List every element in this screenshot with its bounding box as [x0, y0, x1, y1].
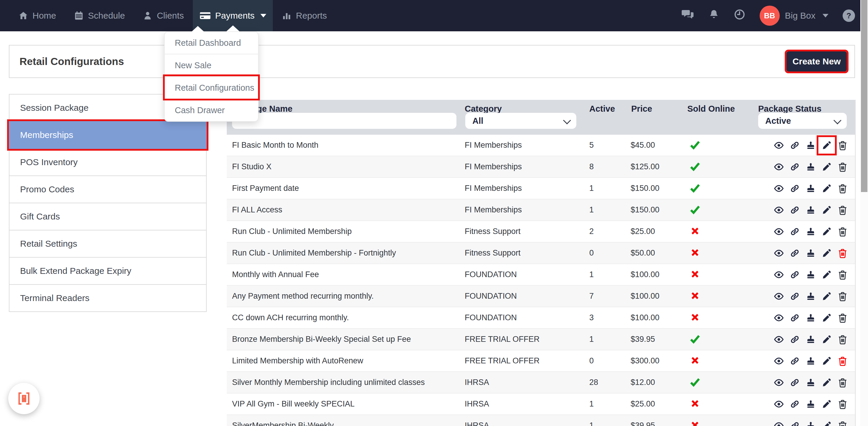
view-button[interactable]	[774, 183, 784, 194]
link-button[interactable]	[789, 399, 800, 409]
category-cell: FI Memberships	[465, 199, 522, 220]
nav-item-home[interactable]: Home	[9, 0, 65, 31]
view-button[interactable]	[774, 248, 784, 258]
stamp-button[interactable]	[805, 377, 816, 388]
delete-button[interactable]	[837, 205, 848, 216]
link-button[interactable]	[789, 226, 800, 237]
stamp-button[interactable]	[805, 226, 816, 237]
nav-item-clients[interactable]: Clients	[134, 0, 193, 31]
sidebar-item[interactable]: Gift Cards	[9, 203, 207, 230]
view-button[interactable]	[774, 313, 784, 323]
category-filter-select[interactable]: All	[465, 113, 576, 129]
sidebar-item[interactable]: Retail Settings	[9, 230, 207, 258]
barcode-scan-button[interactable]	[8, 383, 39, 414]
clock-icon[interactable]	[734, 8, 745, 23]
link-button[interactable]	[789, 269, 800, 280]
stamp-button[interactable]	[805, 269, 816, 280]
link-button[interactable]	[789, 291, 800, 302]
delete-button[interactable]	[837, 162, 848, 172]
help-icon[interactable]: ?	[843, 9, 855, 22]
edit-button[interactable]	[822, 291, 832, 302]
stamp-button[interactable]	[805, 205, 816, 216]
edit-button[interactable]	[822, 183, 832, 194]
menu-item-retail-configurations[interactable]: Retail Configurations	[165, 76, 258, 99]
link-button[interactable]	[789, 420, 800, 426]
stamp-button[interactable]	[805, 313, 816, 323]
delete-button[interactable]	[837, 248, 848, 258]
delete-button[interactable]	[837, 313, 848, 323]
link-button[interactable]	[789, 377, 800, 388]
link-button[interactable]	[789, 248, 800, 258]
sidebar-item[interactable]: Terminal Readers	[9, 284, 207, 312]
package-name-filter-input[interactable]	[232, 113, 457, 129]
edit-button[interactable]	[822, 399, 832, 409]
link-button[interactable]	[789, 183, 800, 194]
chat-icon[interactable]	[681, 8, 694, 23]
account-menu[interactable]: BB Big Box	[760, 6, 829, 26]
link-button[interactable]	[789, 140, 800, 151]
view-button[interactable]	[774, 399, 784, 409]
edit-button[interactable]	[822, 420, 832, 426]
view-button[interactable]	[774, 226, 784, 237]
edit-button[interactable]	[822, 205, 832, 216]
active-count-cell: 1	[589, 415, 594, 426]
view-button[interactable]	[774, 334, 784, 345]
view-button[interactable]	[774, 356, 784, 366]
edit-button[interactable]	[822, 162, 832, 172]
delete-button[interactable]	[837, 269, 848, 280]
sidebar-item[interactable]: Memberships	[9, 121, 207, 149]
link-button[interactable]	[789, 313, 800, 323]
view-button[interactable]	[774, 420, 784, 426]
stamp-button[interactable]	[805, 420, 816, 426]
menu-item-cash-drawer[interactable]: Cash Drawer	[165, 99, 258, 121]
link-button[interactable]	[789, 334, 800, 345]
stamp-button[interactable]	[805, 183, 816, 194]
link-button[interactable]	[789, 162, 800, 172]
view-button[interactable]	[774, 162, 784, 172]
stamp-button[interactable]	[805, 248, 816, 258]
view-button[interactable]	[774, 269, 784, 280]
stamp-button[interactable]	[805, 356, 816, 366]
delete-button[interactable]	[837, 356, 848, 366]
delete-button[interactable]	[837, 334, 848, 345]
package-status-filter-select[interactable]: Active	[758, 113, 847, 129]
view-button[interactable]	[774, 140, 784, 151]
link-button[interactable]	[789, 356, 800, 366]
stamp-button[interactable]	[805, 140, 816, 151]
stamp-button[interactable]	[805, 399, 816, 409]
stamp-button[interactable]	[805, 291, 816, 302]
edit-button[interactable]	[822, 269, 832, 280]
link-button[interactable]	[789, 205, 800, 216]
stamp-button[interactable]	[805, 162, 816, 172]
view-button[interactable]	[774, 291, 784, 302]
edit-button[interactable]	[822, 356, 832, 366]
delete-button[interactable]	[837, 420, 848, 426]
edit-button[interactable]	[822, 248, 832, 258]
nav-item-payments[interactable]: Payments	[193, 0, 273, 31]
edit-button[interactable]	[822, 313, 832, 323]
edit-button[interactable]	[822, 377, 832, 388]
view-button[interactable]	[774, 377, 784, 388]
scrollbar-thumb[interactable]	[861, 0, 867, 192]
delete-button[interactable]	[837, 140, 848, 151]
delete-button[interactable]	[837, 226, 848, 237]
edit-button[interactable]	[822, 226, 832, 237]
nav-item-schedule[interactable]: Schedule	[65, 0, 134, 31]
edit-button[interactable]	[822, 334, 832, 345]
sidebar-item[interactable]: POS Inventory	[9, 148, 207, 176]
nav-item-reports[interactable]: Reports	[273, 0, 336, 31]
delete-button[interactable]	[837, 399, 848, 409]
stamp-button[interactable]	[805, 334, 816, 345]
avatar[interactable]: BB	[760, 6, 780, 26]
sidebar-item[interactable]: Bulk Extend Package Expiry	[9, 257, 207, 285]
create-new-button[interactable]: Create New	[786, 51, 847, 72]
edit-button[interactable]	[822, 140, 832, 151]
sidebar-item[interactable]: Promo Codes	[9, 175, 207, 203]
delete-button[interactable]	[837, 183, 848, 194]
delete-button[interactable]	[837, 377, 848, 388]
menu-item-retail-dashboard[interactable]: Retail Dashboard	[165, 32, 258, 54]
delete-button[interactable]	[837, 291, 848, 302]
bell-icon[interactable]	[708, 8, 719, 23]
view-button[interactable]	[774, 205, 784, 216]
menu-item-new-sale[interactable]: New Sale	[165, 54, 258, 76]
